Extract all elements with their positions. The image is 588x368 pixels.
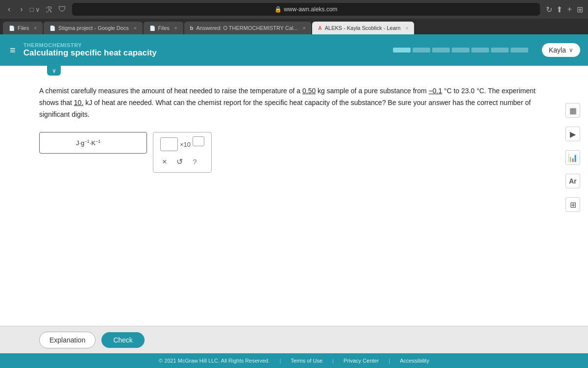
chevron-down-icon: ∨ [569, 47, 573, 53]
chart-icon[interactable]: 📊 [565, 150, 580, 165]
times-ten-label: ×10 [180, 141, 191, 148]
progress-bar [393, 48, 528, 53]
progress-seg-3 [432, 48, 450, 53]
value-mass: 0.50 [302, 87, 316, 95]
answer-input[interactable] [45, 139, 74, 147]
page: ≡ THERMOCHEMISTRY Calculating specific h… [0, 34, 588, 368]
grid-icon[interactable]: ⊞ [565, 197, 580, 212]
progress-seg-6 [491, 48, 509, 53]
browser-actions: ⬆ + ⊞ [556, 5, 583, 14]
footer-bar: Explanation Check [0, 326, 588, 353]
check-button[interactable]: Check [101, 332, 145, 348]
tab-aleks[interactable]: A ALEKS - Kayla Scoblick - Learn × [312, 22, 414, 34]
privacy-link[interactable]: Privacy Center [343, 358, 379, 364]
tab-close-files2[interactable]: × [174, 26, 177, 31]
terms-link[interactable]: Terms of Use [291, 358, 322, 364]
value-heat: 10. [74, 99, 83, 106]
sci-base-input[interactable] [160, 137, 178, 151]
tab-files2[interactable]: 📄 Files × [144, 22, 183, 34]
tab-controls[interactable]: □ ∨ [30, 6, 40, 13]
header-subject: THERMOCHEMISTRY [24, 42, 157, 48]
question-text: A chemist carefully measures the amount … [39, 85, 549, 120]
video-icon[interactable]: ▶ [565, 127, 580, 141]
copyright-bar: © 2021 McGraw Hill LLC. All Rights Reser… [0, 353, 588, 368]
browser-chrome: ‹ › □ ∨ ℛ 🛡 🔒 www-awn.aleks.com ↻ ⬆ + ⊞ [0, 0, 588, 19]
address-bar[interactable]: 🔒 www-awn.aleks.com [72, 3, 540, 16]
aleks-header: ≡ THERMOCHEMISTRY Calculating specific h… [0, 34, 588, 66]
tab-files1[interactable]: 📄 Files × [3, 22, 43, 34]
help-button[interactable]: ? [191, 157, 198, 167]
tab-close-aleks[interactable]: × [405, 26, 408, 31]
value-temp-start: −0.1 [429, 87, 442, 95]
progress-seg-4 [452, 48, 469, 53]
main-content: A chemist carefully measures the amount … [0, 76, 588, 326]
menu-icon[interactable]: ≡ [8, 43, 18, 58]
header-title: Calculating specific heat capacity [24, 48, 157, 58]
progress-seg-7 [511, 48, 528, 53]
sci-exp-input[interactable] [193, 136, 204, 146]
back-button[interactable]: ‹ [5, 4, 13, 15]
answer-area: J·g−1·K−1 ×10 × ↺ ? [39, 132, 549, 173]
tab-answered[interactable]: b Answered: O THERMOCHEMISTRY Cal... × [184, 22, 312, 34]
sci-input-row: ×10 [160, 137, 204, 151]
tab-close-answered[interactable]: × [303, 26, 306, 31]
tab-close-files1[interactable]: × [34, 26, 37, 31]
section-dropdown[interactable]: ∨ [47, 66, 61, 76]
chevron-down-section-icon: ∨ [52, 67, 56, 74]
progress-seg-2 [413, 48, 430, 53]
tab-stigma[interactable]: 📄 Stigma project - Google Docs × [44, 22, 143, 34]
units-label: J·g−1·K−1 [76, 139, 100, 147]
progress-seg-1 [393, 48, 411, 53]
tab-close-stigma[interactable]: × [134, 26, 137, 31]
periodic-table-icon[interactable]: Ar [565, 174, 580, 188]
forward-button[interactable]: › [17, 4, 25, 15]
share-icon[interactable]: ⬆ [556, 5, 563, 14]
right-sidebar: ▦ ▶ 📊 Ar ⊞ [565, 103, 580, 212]
undo-button[interactable]: ↺ [174, 156, 185, 167]
user-name: Kayla [549, 46, 566, 54]
header-title-block: THERMOCHEMISTRY Calculating specific hea… [24, 42, 157, 58]
refresh-icon[interactable]: ↻ [546, 5, 552, 14]
grid-view-icon[interactable]: ⊞ [577, 5, 583, 14]
lock-icon: 🔒 [274, 6, 282, 13]
shield-icon: 🛡 [58, 5, 66, 14]
calculator-icon[interactable]: ▦ [565, 103, 580, 118]
close-button[interactable]: × [160, 157, 169, 167]
sci-notation-box: ×10 × ↺ ? [153, 132, 212, 173]
add-tab-icon[interactable]: + [567, 5, 572, 14]
accessibility-link[interactable]: Accessibility [400, 358, 429, 364]
explanation-button[interactable]: Explanation [39, 332, 96, 348]
browser-tabs: 📄 Files × 📄 Stigma project - Google Docs… [0, 19, 588, 34]
copyright-text: © 2021 McGraw Hill LLC. All Rights Reser… [159, 358, 270, 364]
page-icon: ℛ [46, 5, 52, 14]
sci-controls: × ↺ ? [160, 156, 199, 167]
progress-seg-5 [471, 48, 489, 53]
answer-input-container[interactable]: J·g−1·K−1 [39, 132, 147, 154]
user-badge[interactable]: Kayla ∨ [542, 43, 580, 57]
